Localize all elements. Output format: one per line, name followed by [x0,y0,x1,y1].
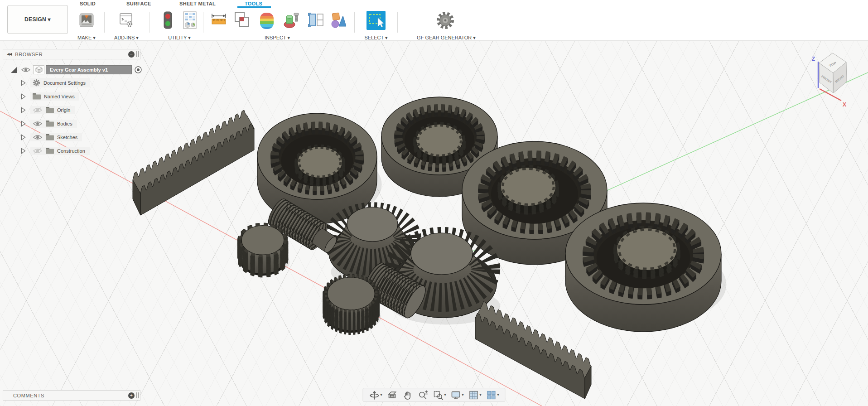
visibility-hidden-icon[interactable] [33,148,43,154]
browser-panel-header: ◀◀ BROWSER − [3,49,140,59]
visibility-eye-icon[interactable] [21,67,31,73]
knurled-cylinder-gear[interactable] [325,276,381,333]
browser-item-label: Sketches [57,135,77,140]
browser-item-label: Construction [57,148,85,154]
make-group-label[interactable]: MAKE ▾ [72,35,101,41]
utility-report-icon[interactable] [181,11,198,30]
activate-component-radio[interactable] [134,66,142,74]
look-at-button[interactable] [385,389,399,401]
display-settings-button[interactable]: ▾ [449,389,465,401]
design-menu-button[interactable]: DESIGN ▾ [7,5,68,34]
visibility-eye-icon[interactable] [33,121,43,127]
component-cube-icon[interactable] [33,65,44,74]
gear-rack-right[interactable] [475,302,591,399]
utility-group-label[interactable]: UTILITY ▾ [159,35,199,41]
browser-item-bodies[interactable]: Bodies [21,119,77,128]
root-component-label[interactable]: Every Gear Assembly v1 [46,65,132,74]
browser-item-construction[interactable]: Construction [21,146,90,155]
expand-chevron-icon[interactable] [21,121,26,127]
addins-group-label[interactable]: ADD-INS ▾ [109,35,144,41]
tab-surface[interactable]: SURFACE [126,1,151,8]
interference-icon[interactable] [233,11,253,30]
make-3d-print-icon[interactable] [77,11,96,30]
viewcube-x-label: X [843,102,846,108]
grid-snap-button[interactable]: ▾ [467,389,483,401]
measure-icon[interactable] [210,13,227,28]
root-expand-icon[interactable] [10,66,18,74]
visibility-hidden-icon[interactable] [33,107,43,113]
browser-minimize-icon[interactable]: − [128,51,135,58]
gear-generator-group-label[interactable]: GF GEAR GENERATOR ▾ [406,35,487,41]
gear-icon [33,79,40,87]
display-panes-icon[interactable] [307,11,325,30]
browser-item-origin[interactable]: Origin [21,105,75,115]
curvature-zebra-icon[interactable] [256,12,277,30]
tab-solid[interactable]: SOLID [80,1,96,8]
comments-panel-header: COMMENTS + [3,390,140,401]
select-tool-icon[interactable] [366,11,386,30]
zoom-window-button[interactable]: ▾ [431,389,447,401]
spur-gear-small[interactable] [239,224,290,276]
browser-title: BROWSER [15,52,128,57]
folder-icon [46,121,54,127]
expand-chevron-icon[interactable] [21,80,26,86]
folder-icon [46,107,54,113]
orbit-button[interactable]: ▾ [367,389,383,401]
folder-icon [46,148,54,154]
active-tab-underline [237,6,271,8]
browser-item-label: Document Settings [43,80,86,86]
expand-chevron-icon[interactable] [21,107,26,113]
utility-traffic-light-icon[interactable] [159,11,176,30]
browser-item-named-views[interactable]: Named Views [21,92,79,101]
toolbar-separator [104,12,105,33]
inspect-group-label[interactable]: INSPECT ▾ [254,35,301,41]
component-colors-icon[interactable] [330,11,347,30]
expand-chevron-icon[interactable] [21,148,26,154]
viewports-button[interactable]: ▾ [485,389,501,401]
toolbar-separator [149,12,149,33]
comments-drag-grip[interactable] [136,392,139,398]
viewcube-z-label: Z [812,56,815,62]
expand-chevron-icon[interactable] [21,134,26,140]
main-toolbar: SOLID SURFACE SHEET METAL TOOLS DESIGN ▾… [0,0,868,41]
pan-button[interactable] [400,389,414,401]
browser-item-label: Origin [57,107,70,113]
comments-title: COMMENTS [3,393,128,398]
browser-drag-grip[interactable] [136,51,139,57]
browser-root-row[interactable]: Every Gear Assembly v1 [10,65,142,74]
browser-item-sketches[interactable]: Sketches [21,132,82,142]
model-canvas[interactable]: TOP FRONT RIGHT Z X [0,41,868,406]
navigation-toolbar: ▾ ▾ ▾ [362,388,505,402]
browser-collapse-icon[interactable]: ◀◀ [7,52,11,56]
browser-item-label: Bodies [57,121,72,126]
gear-rack-left[interactable] [133,110,254,215]
visibility-eye-icon[interactable] [33,134,43,140]
comments-add-icon[interactable]: + [128,392,135,399]
browser-item-document-settings[interactable]: Document Settings [21,78,90,87]
gear-generator-icon[interactable] [435,10,456,31]
viewport-3d[interactable]: TOP FRONT RIGHT Z X ◀◀ BROWSER − [0,41,868,406]
folder-icon [46,134,54,140]
toolbar-separator [203,12,203,33]
toolbar-separator [397,12,398,33]
toolbar-separator [354,12,355,33]
select-group-label[interactable]: SELECT ▾ [358,35,394,41]
ring-gear-helical-2[interactable] [565,203,726,332]
expand-chevron-icon[interactable] [21,93,26,100]
zoom-button[interactable] [416,389,429,401]
addins-scripts-icon[interactable] [117,11,135,30]
tab-sheet-metal[interactable]: SHEET METAL [179,1,216,8]
folder-icon [33,93,41,100]
section-analysis-icon[interactable] [282,11,302,30]
browser-item-label: Named Views [44,94,75,99]
view-cube[interactable]: TOP FRONT RIGHT Z X [812,53,847,108]
